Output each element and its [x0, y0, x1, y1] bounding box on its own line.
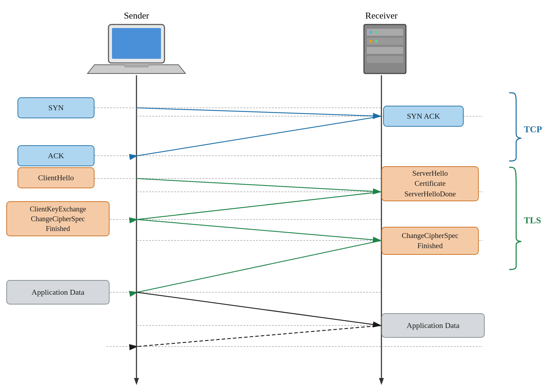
tcp-label: TCP [524, 124, 542, 135]
client-hello-box: ClientHello [17, 167, 94, 188]
client-key-label: ClientKeyExchangeChangeCipherSpecFinishe… [30, 204, 86, 233]
svg-line-46 [137, 116, 381, 156]
client-hello-label: ClientHello [38, 173, 74, 183]
syn-ack-box: SYN ACK [383, 106, 464, 127]
svg-line-52 [137, 326, 381, 346]
syn-label: SYN [48, 103, 64, 113]
change-cipher-label: ChangeCipherSpecFinished [402, 231, 458, 251]
svg-rect-10 [124, 65, 149, 68]
svg-rect-8 [112, 28, 161, 59]
server-hello-box: ServerHelloCertificateServerHelloDone [381, 166, 479, 201]
app-data-right-box: Application Data [381, 313, 485, 338]
client-key-box: ClientKeyExchangeChangeCipherSpecFinishe… [6, 201, 110, 236]
svg-line-47 [136, 178, 381, 192]
svg-line-45 [136, 108, 381, 116]
svg-rect-15 [367, 56, 403, 63]
app-data-right-label: Application Data [407, 321, 459, 331]
change-cipher-box: ChangeCipherSpecFinished [381, 227, 479, 255]
syn-box: SYN [17, 97, 94, 118]
svg-point-16 [370, 31, 372, 34]
tls-label: TLS [524, 215, 541, 226]
svg-line-51 [136, 292, 381, 326]
svg-point-19 [375, 40, 378, 43]
svg-marker-23 [379, 378, 384, 385]
app-data-left-box: Application Data [6, 280, 110, 304]
svg-line-50 [137, 240, 381, 292]
app-data-left-label: Application Data [31, 287, 84, 298]
svg-point-17 [375, 31, 378, 34]
svg-point-18 [370, 40, 372, 43]
svg-line-48 [137, 192, 381, 219]
ack-box: ACK [17, 145, 94, 166]
svg-marker-22 [134, 378, 139, 385]
ack-label: ACK [48, 151, 64, 161]
svg-rect-14 [367, 47, 403, 54]
sequence-diagram: Sender Receiver [0, 0, 555, 392]
server-hello-label: ServerHelloCertificateServerHelloDone [405, 168, 456, 199]
svg-line-49 [136, 219, 381, 240]
syn-ack-label: SYN ACK [407, 111, 440, 121]
